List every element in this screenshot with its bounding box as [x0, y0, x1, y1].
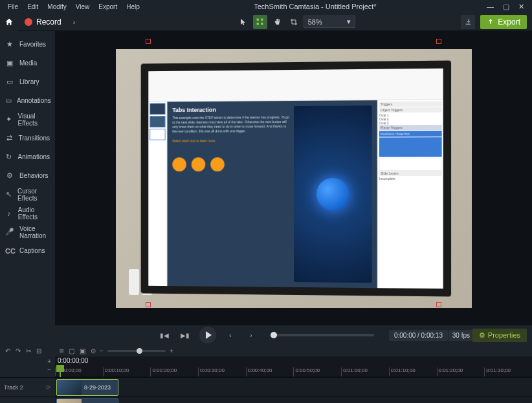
- redo-button[interactable]: ↷: [16, 347, 21, 354]
- pointer-tool-icon[interactable]: [236, 15, 250, 29]
- panel-transitions[interactable]: ⇄Transitions: [0, 129, 55, 147]
- maximize-icon[interactable]: ▢: [503, 3, 509, 11]
- menu-modify[interactable]: Modify: [43, 2, 70, 12]
- menu-edit[interactable]: Edit: [23, 2, 42, 12]
- media-icon: ▣: [5, 59, 14, 67]
- minimize-icon[interactable]: —: [487, 3, 494, 11]
- record-dropdown[interactable]: ›: [68, 13, 81, 31]
- captions-icon: CC: [5, 247, 14, 255]
- undo-button[interactable]: ↶: [5, 347, 10, 354]
- magnet-button[interactable]: ⧈: [60, 347, 63, 354]
- timeline-tracks[interactable]: 0:00:00;00 0:00:00;000:00:10;000:00:20;0…: [55, 356, 532, 403]
- panel-favorites[interactable]: ★Favorites: [0, 35, 55, 54]
- track-row[interactable]: 8-29-2023: [55, 377, 532, 397]
- library-icon: ▭: [5, 78, 14, 86]
- ruler-tick: 0:00:10;00: [103, 367, 151, 376]
- panel-behaviors[interactable]: ⚙Behaviors: [0, 166, 55, 185]
- panel-library[interactable]: ▭Library: [0, 72, 55, 91]
- ruler-tick: 0:01:20;00: [437, 367, 485, 376]
- selection-tool-icon[interactable]: [253, 15, 267, 29]
- track-row[interactable]: doctor-offi: [55, 397, 532, 403]
- behaviors-icon: ⚙: [5, 171, 14, 180]
- track-headers: +− Track 2⟳ Track 1⟳: [0, 356, 55, 403]
- scrub-bar[interactable]: [271, 334, 374, 336]
- clip[interactable]: doctor-offi: [56, 398, 118, 403]
- split-button[interactable]: ⊟: [36, 347, 41, 354]
- remove-track-icon[interactable]: −: [47, 366, 51, 373]
- add-track-icon[interactable]: +: [47, 358, 51, 365]
- cut-button[interactable]: ✂: [26, 347, 31, 354]
- timeline-zoom-thumb[interactable]: [137, 348, 142, 354]
- resize-handle[interactable]: [436, 39, 441, 44]
- effects-icon: ✦: [5, 115, 13, 124]
- record-button[interactable]: Record: [18, 13, 68, 31]
- zoom-reset-icon[interactable]: ⊙: [91, 347, 96, 354]
- panel-cursor-effects[interactable]: ↖Cursor Effects: [0, 185, 55, 204]
- ruler-tick: 0:00:40;00: [246, 367, 294, 376]
- download-button[interactable]: [461, 15, 475, 29]
- timecode-display: 0:00:00 / 0:00:13: [389, 330, 448, 341]
- canvas[interactable]: Tabs Interaction This example uses the S…: [55, 31, 532, 325]
- transitions-icon: ⇄: [5, 134, 13, 142]
- next-clip-button[interactable]: ▶▮: [179, 329, 192, 342]
- panel-media[interactable]: ▣Media: [0, 54, 55, 72]
- resize-handle[interactable]: [146, 39, 151, 44]
- ruler-tick: 0:01:10;00: [389, 367, 437, 376]
- slide-text: This example uses the STEP action to det…: [172, 115, 290, 134]
- step-back-button[interactable]: ‹: [224, 329, 237, 342]
- ruler-tick: 0:00:50;00: [293, 367, 341, 376]
- export-button[interactable]: Export: [480, 15, 527, 29]
- menu-help[interactable]: Help: [122, 2, 144, 12]
- star-icon: ★: [5, 40, 14, 49]
- panel-voice-narration[interactable]: 🎤Voice Narration: [0, 223, 55, 241]
- play-button[interactable]: [199, 327, 216, 343]
- gear-icon: ⚙: [479, 331, 485, 340]
- resize-handle[interactable]: [436, 302, 441, 307]
- track-header[interactable]: Track 2⟳: [0, 377, 55, 397]
- menu-bar: File Edit Modify View Export Help: [0, 2, 144, 12]
- menu-file[interactable]: File: [4, 2, 22, 12]
- chevron-down-icon: ▾: [347, 17, 351, 26]
- tool-panel: ★Favorites ▣Media ▭Library ▭Annotations …: [0, 31, 55, 325]
- properties-button[interactable]: ⚙ Properties: [472, 329, 527, 342]
- clip-thumbnail: [57, 380, 82, 395]
- home-button[interactable]: [0, 13, 18, 31]
- cursor-icon: ↖: [5, 190, 12, 199]
- timeline-zoom-slider[interactable]: [107, 350, 166, 352]
- main-toolbar: Record › 58% ▾ Export: [0, 13, 532, 31]
- fps-display[interactable]: 30 fps: [449, 330, 474, 341]
- panel-annotations[interactable]: ▭Annotations: [0, 91, 55, 110]
- clip[interactable]: 8-29-2023: [56, 379, 118, 396]
- ruler-tick: 0:01:30;00: [484, 367, 532, 376]
- scrub-handle[interactable]: [271, 332, 277, 338]
- track-lock-icon[interactable]: ⟳: [46, 384, 51, 391]
- step-forward-button[interactable]: ›: [245, 329, 258, 342]
- ruler-tick: 0:00:30;00: [198, 367, 246, 376]
- close-icon[interactable]: ✕: [518, 3, 524, 11]
- hand-tool-icon[interactable]: [270, 15, 284, 29]
- timeline-ruler[interactable]: 0:00:00;00 0:00:00;000:00:10;000:00:20;0…: [55, 356, 532, 377]
- marker2-button[interactable]: ▣: [80, 347, 85, 354]
- panel-visual-effects[interactable]: ✦Visual Effects: [0, 110, 55, 129]
- timeline: +− Track 2⟳ Track 1⟳ 0:00:00;00 0:00:00;…: [0, 356, 532, 403]
- panel-audio-effects[interactable]: ♪Audio Effects: [0, 204, 55, 223]
- marker-button[interactable]: ▢: [69, 347, 74, 354]
- transport-bar: ▮◀ ▶▮ ‹ › 0:00:00 / 0:00:13 30 fps ⚙ Pro…: [0, 325, 532, 345]
- zoom-out-icon[interactable]: −: [100, 347, 104, 354]
- menu-export[interactable]: Export: [94, 2, 121, 12]
- menu-view[interactable]: View: [72, 2, 94, 12]
- zoom-select[interactable]: 58% ▾: [304, 16, 355, 28]
- screen-recording-content: Tabs Interaction This example uses the S…: [140, 60, 450, 296]
- window-title: TechSmith Camtasia - Untitled Project*: [144, 3, 487, 10]
- annotation-icon: ▭: [5, 96, 12, 105]
- track-header[interactable]: Track 1⟳: [0, 397, 55, 403]
- playhead-timecode: 0:00:00;00: [58, 357, 88, 364]
- zoom-in-icon[interactable]: +: [170, 347, 173, 354]
- resize-handle[interactable]: [146, 302, 151, 307]
- panel-animations[interactable]: ↻Animations: [0, 147, 55, 166]
- crop-tool-icon[interactable]: [287, 15, 301, 29]
- canvas-media[interactable]: Tabs Interaction This example uses the S…: [116, 49, 472, 308]
- prev-clip-button[interactable]: ▮◀: [158, 329, 171, 342]
- panel-captions[interactable]: CCCaptions: [0, 241, 55, 260]
- svg-rect-1: [261, 19, 263, 21]
